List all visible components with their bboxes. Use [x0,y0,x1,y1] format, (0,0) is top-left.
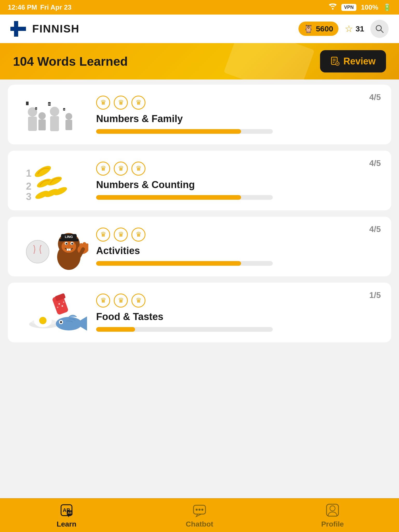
card-title-0: Numbers & Family [96,113,381,124]
svg-text:LING: LING [47,103,52,105]
svg-rect-22 [50,116,59,131]
card-crowns-1: ♛ ♛ ♛ [96,162,381,176]
svg-rect-44 [67,249,69,251]
star-icon: ☆ [345,23,353,34]
family-illustration: LING LNG LING LNG [21,94,88,135]
chatbot-label: Chatbot [186,520,213,528]
search-icon [375,24,384,33]
flag-icon [10,21,26,37]
lesson-card-3[interactable]: ♛ ♛ ♛ Food & Tastes 1/5 [8,283,391,342]
bottom-nav: AB AB Learn Chatbot [0,498,399,532]
crown-2: ♛ [114,96,128,110]
main-content: LING LNG LING LNG [0,79,399,498]
crown-1b: ♛ [96,162,110,176]
coins-icon: 🦉 [304,24,313,33]
card-crowns-0: ♛ ♛ ♛ [96,96,381,110]
card-title-1: Numbers & Counting [96,179,381,190]
svg-point-39 [62,240,76,253]
svg-rect-47 [59,239,78,241]
learn-icon: AB AB [59,502,74,518]
card-progress-fill-1 [96,195,241,200]
svg-point-21 [50,107,59,116]
review-button[interactable]: Review [320,50,386,72]
crown-3: ♛ [131,96,145,110]
card-crowns-2: ♛ ♛ ♛ [96,228,381,242]
svg-rect-14 [26,102,29,105]
banana-illustration: 1 2 3 [21,160,88,201]
date-display: Fri Apr 23 [40,3,71,11]
card-title-3: Food & Tastes [96,311,381,322]
card-illustration-3 [18,290,91,335]
svg-point-77 [330,506,335,511]
crown-2d: ♛ [114,294,128,308]
nav-profile[interactable]: Profile [266,502,399,528]
svg-text:1: 1 [26,168,31,179]
card-progress-bar-1 [96,195,273,200]
crown-1d: ♛ [96,294,110,308]
card-content-1: ♛ ♛ ♛ Numbers & Counting [91,162,381,200]
card-progress-fill-0 [96,129,241,134]
svg-point-25 [65,113,72,120]
card-progress-fill-3 [96,327,135,332]
banner-title: 104 Words Learned [13,54,128,69]
svg-point-43 [71,243,73,245]
card-content-3: ♛ ♛ ♛ Food & Tastes [91,294,381,332]
svg-point-75 [201,509,203,511]
card-progress-fill-2 [96,261,241,266]
review-label: Review [343,56,376,67]
svg-point-63 [39,317,46,324]
svg-point-50 [79,243,83,247]
crown-1: ♛ [96,96,110,110]
svg-text:2: 2 [26,181,31,192]
svg-point-42 [66,243,68,245]
status-bar-right: VPN 100% 🔋 [329,3,391,11]
nav-chatbot[interactable]: Chatbot [133,502,266,528]
streak-badge: ☆ 31 [345,23,364,34]
status-bar: 12:46 PM Fri Apr 23 VPN 100% 🔋 [0,0,399,15]
coins-count: 5600 [316,24,333,33]
banner: 104 Words Learned Review [0,43,399,79]
battery-display: 100% [361,3,378,11]
card-content-2: ♛ ♛ ♛ Activities [91,228,381,266]
svg-point-73 [196,509,198,511]
svg-text:LNG: LNG [35,108,38,110]
crown-2c: ♛ [114,228,128,242]
card-illustration-2: LING [18,224,91,269]
svg-marker-70 [67,515,70,517]
svg-point-66 [60,321,62,323]
svg-rect-18 [38,119,46,130]
header-right: 🦉 5600 ☆ 31 [298,20,389,38]
nav-learn[interactable]: AB AB Learn [0,502,133,528]
streak-count: 31 [356,24,364,33]
svg-point-3 [376,25,381,31]
svg-rect-13 [28,117,37,131]
header-left: FINNISH [10,21,79,37]
svg-point-58 [57,307,58,308]
lesson-card-2[interactable]: LING ♛ ♛ ♛ Activities 4/5 [8,217,391,276]
svg-point-17 [38,112,46,119]
svg-text:3: 3 [26,191,31,201]
card-score-3: 1/5 [369,290,381,300]
svg-point-59 [63,302,64,303]
card-progress-bar-2 [96,261,273,266]
card-content-0: ♛ ♛ ♛ Numbers & Family [91,96,381,134]
svg-point-56 [58,303,60,305]
wifi-icon [329,3,337,11]
svg-rect-45 [69,249,71,251]
lesson-card-1[interactable]: 1 2 3 ♛ ♛ ♛ Numbers & [8,151,391,210]
card-score-2: 4/5 [369,224,381,234]
crown-3c: ♛ [131,228,145,242]
svg-point-74 [198,509,201,511]
svg-text:AB: AB [68,511,72,514]
time-display: 12:46 PM [8,3,37,11]
svg-text:LNG: LNG [63,109,66,110]
search-button[interactable] [370,20,389,38]
coins-badge: 🦉 5600 [298,22,338,36]
header: FINNISH 🦉 5600 ☆ 31 [0,15,399,43]
activities-illustration: LING [21,223,88,270]
svg-point-28 [33,164,53,179]
lesson-card-0[interactable]: LING LNG LING LNG [8,85,391,144]
battery-icon: 🔋 [383,3,391,11]
svg-text:LING: LING [65,235,73,239]
language-title: FINNISH [32,23,79,35]
